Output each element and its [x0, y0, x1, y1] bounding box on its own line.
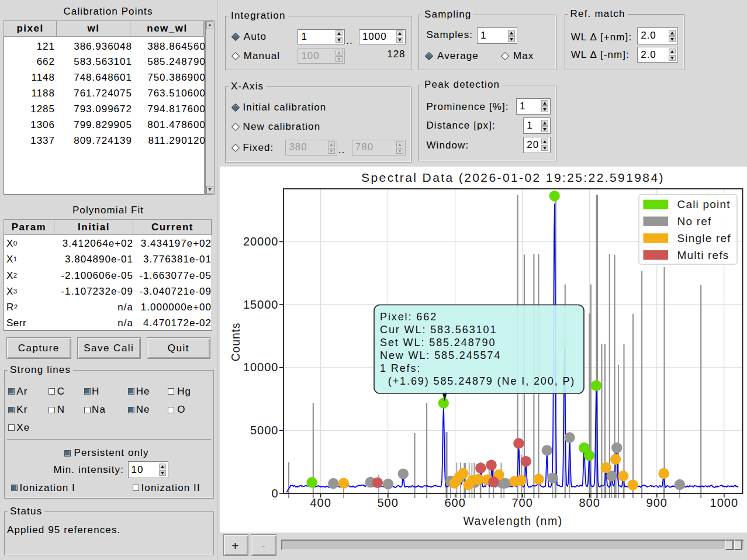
svg-text:600: 600	[445, 496, 466, 509]
svg-text:5000: 5000	[250, 424, 279, 437]
svg-text:20000: 20000	[243, 235, 279, 248]
svg-text:Wavelength (nm): Wavelength (nm)	[463, 514, 562, 527]
svg-text:Cali point: Cali point	[677, 198, 731, 210]
svg-text:0: 0	[271, 487, 278, 500]
svg-text:700: 700	[512, 496, 533, 509]
svg-text:Counts: Counts	[229, 323, 242, 362]
svg-text:Set WL: 585.248790: Set WL: 585.248790	[380, 337, 496, 348]
svg-text:Spectral Data (2026-01-02 19:2: Spectral Data (2026-01-02 19:25:22.59198…	[361, 171, 665, 184]
svg-text:Multi refs: Multi refs	[677, 249, 729, 261]
svg-text:No ref: No ref	[677, 215, 712, 227]
svg-text:900: 900	[646, 496, 668, 509]
svg-text:1 Refs:: 1 Refs:	[380, 362, 421, 374]
svg-text:800: 800	[579, 496, 600, 509]
svg-text:New WL: 585.245574: New WL: 585.245574	[380, 350, 501, 361]
svg-text:1000: 1000	[710, 496, 739, 509]
svg-text:500: 500	[377, 496, 398, 509]
svg-text:15000: 15000	[243, 298, 279, 311]
svg-text:Cur WL: 583.563101: Cur WL: 583.563101	[380, 324, 497, 336]
svg-text:(+1.69) 585.24879 (Ne I, 200,: (+1.69) 585.24879 (Ne I, 200, P)	[380, 375, 575, 387]
svg-text:400: 400	[310, 496, 331, 509]
svg-text:10000: 10000	[243, 361, 279, 374]
svg-text:Single ref: Single ref	[677, 232, 731, 244]
svg-text:Pixel: 662: Pixel: 662	[380, 311, 437, 323]
